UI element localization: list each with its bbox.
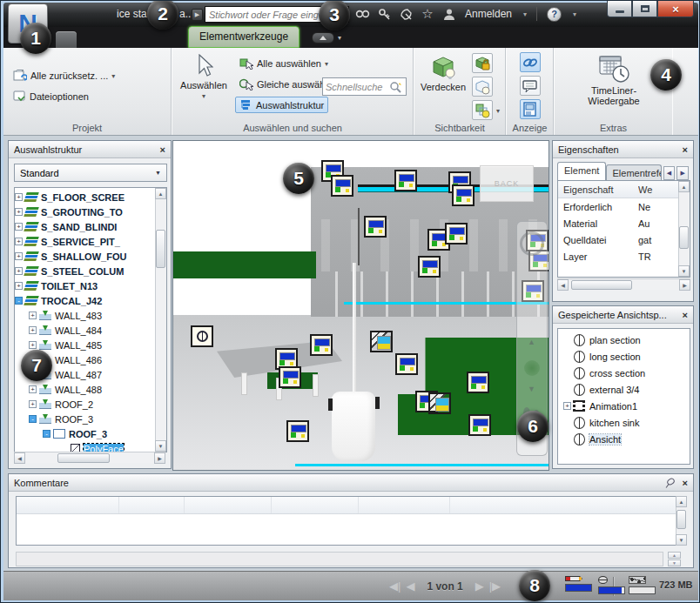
- ribbon-collapse-dropdown-icon[interactable]: ▾: [338, 34, 341, 42]
- tab-scroll-right-icon[interactable]: ▶: [676, 166, 689, 180]
- saved-viewpoints-close-icon[interactable]: ×: [683, 310, 688, 320]
- tree-expander[interactable]: +: [29, 312, 37, 319]
- nav-next-icon[interactable]: ▶: [475, 580, 484, 593]
- tree-item[interactable]: - TROCAL_J42: [15, 293, 155, 308]
- signin-user-icon[interactable]: [441, 6, 457, 22]
- tree-expander[interactable]: +: [15, 282, 23, 290]
- links-button[interactable]: [520, 52, 541, 72]
- redline-tag-icon[interactable]: [394, 170, 417, 191]
- tab-element[interactable]: Element: [557, 162, 606, 180]
- viewpoint-item[interactable]: Ansicht: [558, 431, 690, 447]
- tree-scroll-thumb[interactable]: [156, 230, 165, 268]
- redline-tag-icon[interactable]: [428, 392, 451, 414]
- quick-find-input[interactable]: Schnellsuche: [322, 77, 407, 96]
- properties-hscrollbar[interactable]: ◀ ▶: [557, 278, 690, 290]
- scroll-down-icon[interactable]: ▼: [155, 440, 166, 452]
- tree-item[interactable]: + S_SERVICE_PIT_: [15, 234, 155, 249]
- steering-wheel-icon[interactable]: [520, 231, 544, 256]
- tree-item[interactable]: + S_SHALLOW_FOU: [15, 249, 155, 264]
- tree-vertical-scrollbar[interactable]: ▲ ▼: [155, 188, 166, 452]
- redline-tag-icon[interactable]: [286, 420, 309, 442]
- selection-tree-button[interactable]: Auswahlstruktur: [235, 97, 328, 113]
- selection-tree-close-icon[interactable]: ×: [160, 144, 165, 155]
- redline-tag-icon[interactable]: [445, 223, 468, 245]
- properties-close-icon[interactable]: ×: [683, 144, 688, 155]
- communication-center-icon[interactable]: [398, 6, 414, 22]
- hide-button[interactable]: Verdecken: [420, 51, 467, 95]
- comments-column-header[interactable]: [185, 497, 272, 513]
- ribbon-tab-contextual[interactable]: Elementwerkzeuge: [188, 26, 300, 48]
- require-button[interactable]: [472, 53, 493, 73]
- properties-grid[interactable]: Eigenschaft We Erforderlich Ne Material …: [557, 180, 690, 278]
- tree-expander[interactable]: +: [29, 326, 37, 334]
- property-row[interactable]: Erforderlich Ne: [558, 198, 690, 215]
- signin-dropdown-icon[interactable]: ▾: [523, 10, 527, 18]
- close-button[interactable]: ×: [657, 1, 694, 17]
- comment-spinner[interactable]: ▲▼: [668, 552, 681, 566]
- viewport-3d[interactable]: BACK ▲ ▼: [172, 140, 549, 471]
- redline-tag-icon[interactable]: [452, 184, 475, 206]
- tree-item[interactable]: + WALL_483: [15, 308, 155, 323]
- property-row[interactable]: Quelldatei gat: [558, 231, 690, 248]
- tree-expander[interactable]: -: [29, 415, 37, 423]
- viewpoint-expander[interactable]: +: [563, 402, 571, 410]
- search-history-button[interactable]: ▶: [192, 9, 203, 21]
- tree-item[interactable]: + WALL_488: [15, 382, 155, 397]
- selection-tree-list[interactable]: + S_FLOOR_SCREE + S_GROUTING_TO + S_SAND…: [14, 187, 167, 452]
- redline-tag-icon[interactable]: [395, 353, 418, 375]
- viewpoint-item[interactable]: cross section: [558, 365, 690, 381]
- redline-tag-icon[interactable]: [467, 372, 489, 393]
- scroll-right-icon[interactable]: ▶: [154, 452, 165, 464]
- redline-tag-icon[interactable]: [370, 331, 393, 352]
- comments-close-icon[interactable]: ×: [683, 478, 688, 488]
- select-all-button[interactable]: Alle auswählen▾: [235, 55, 333, 72]
- tree-expander[interactable]: +: [15, 267, 23, 275]
- timeliner-playback-button[interactable]: TimeLiner-Wiedergabe: [562, 51, 666, 109]
- quick-properties-button[interactable]: [520, 76, 541, 96]
- tree-expander[interactable]: +: [15, 193, 23, 201]
- tree-item[interactable]: - ROOF_3: [15, 412, 155, 426]
- property-row[interactable]: Material Au: [558, 215, 690, 231]
- key-subscription-icon[interactable]: [376, 6, 392, 22]
- favorites-star-icon[interactable]: ☆: [420, 6, 435, 22]
- minimize-button[interactable]: [607, 1, 632, 17]
- comments-column-header[interactable]: [359, 497, 450, 513]
- redline-tag-icon[interactable]: [310, 334, 333, 356]
- unhide-all-button[interactable]: [472, 100, 493, 120]
- file-options-button[interactable]: Dateioptionen: [9, 88, 93, 104]
- tree-expander[interactable]: -: [43, 430, 50, 438]
- viewpoint-item[interactable]: long section: [558, 348, 690, 365]
- unhide-all-dropdown-icon[interactable]: ▾: [496, 107, 500, 115]
- tree-hscroll-thumb[interactable]: [57, 453, 110, 463]
- tree-expander[interactable]: +: [29, 400, 37, 408]
- tree-item[interactable]: + TOILET_N13: [15, 278, 155, 293]
- tab-scroll-left-icon[interactable]: ◀: [663, 166, 676, 180]
- viewpoint-item[interactable]: kitchen sink: [558, 414, 690, 431]
- tree-item[interactable]: - ROOF_3: [15, 426, 155, 441]
- redline-tag-icon[interactable]: [331, 175, 353, 197]
- viewpoint-item[interactable]: external 3/4: [558, 381, 690, 398]
- select-button[interactable]: Auswählen ▾: [179, 51, 228, 103]
- maximize-button[interactable]: [632, 1, 657, 17]
- section-marker-icon[interactable]: [191, 325, 213, 347]
- ribbon-collapse-button[interactable]: [312, 32, 334, 44]
- tree-item[interactable]: + S_GROUTING_TO: [15, 204, 155, 219]
- help-dropdown-icon[interactable]: ▾: [573, 10, 576, 18]
- tree-item[interactable]: + S_SAND_BLINDI: [15, 219, 155, 234]
- redline-tag-icon[interactable]: [279, 366, 301, 388]
- tab-element-reference[interactable]: Elementrefe: [606, 164, 662, 180]
- scroll-up-icon[interactable]: ▲: [155, 188, 166, 199]
- tree-item[interactable]: + WALL_484: [15, 323, 155, 338]
- redline-tag-icon[interactable]: [364, 216, 387, 238]
- tree-horizontal-scrollbar[interactable]: ◀ ▶: [14, 452, 165, 463]
- tree-item[interactable]: + ROOF_2: [15, 397, 155, 412]
- hide-unselected-button[interactable]: [472, 77, 493, 97]
- comments-column-header[interactable]: [272, 497, 359, 513]
- viewpoint-item[interactable]: + Animation1: [558, 398, 690, 414]
- tree-expander[interactable]: +: [15, 252, 23, 260]
- tree-item[interactable]: + S_FLOOR_SCREE: [15, 190, 155, 204]
- comments-column-header[interactable]: [17, 497, 119, 513]
- comment-input-strip[interactable]: [16, 552, 663, 566]
- reset-all-button[interactable]: Alle zurücksetz. ...▾: [9, 67, 119, 84]
- comments-column-header[interactable]: [119, 497, 185, 513]
